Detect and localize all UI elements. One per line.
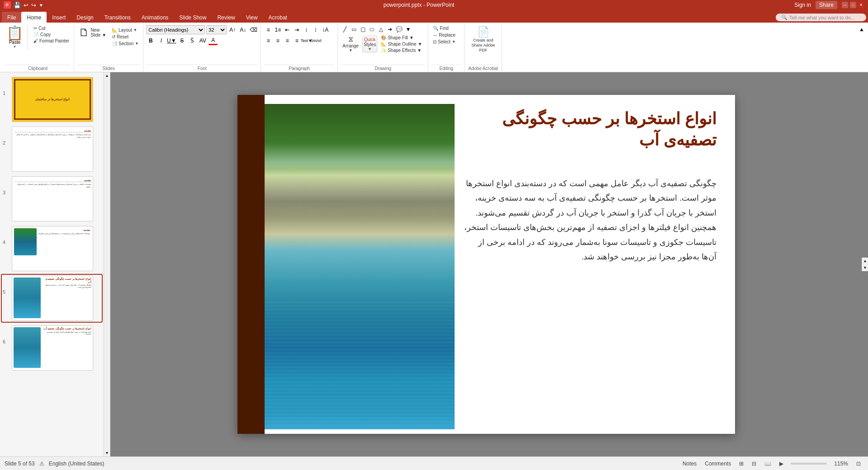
slide-thumb-2[interactable]: 2 مقدمه متن مقدمه و توضیحات مربوطه در مو…	[2, 126, 102, 173]
ribbon-tabs: File Home Insert Design Transitions Anim…	[0, 10, 868, 23]
strikethrough-button[interactable]: S	[177, 36, 186, 45]
maximize-btn[interactable]: □	[850, 2, 856, 8]
tab-file[interactable]: File	[2, 12, 21, 23]
shapes-more[interactable]: ▼	[404, 25, 412, 33]
tab-insert[interactable]: Insert	[47, 12, 71, 23]
font-size-decrease[interactable]: A↓	[238, 25, 247, 34]
slide-thumb-3[interactable]: 3 مقدمه توضیحات تکمیلی در مورد استخرها و…	[2, 175, 102, 222]
underline-button[interactable]: U▼	[167, 36, 176, 45]
shape-rect[interactable]: ▭	[350, 25, 358, 33]
tab-acrobat[interactable]: Acrobat	[263, 12, 293, 23]
paste-dropdown[interactable]: ▼	[13, 45, 17, 49]
find-button[interactable]: 🔍Find	[431, 25, 450, 31]
bullets-button[interactable]: ≡	[264, 25, 273, 34]
cut-button[interactable]: ✂Cut	[32, 25, 71, 31]
normal-view-btn[interactable]: ⊞	[736, 460, 746, 467]
slide-thumb-6[interactable]: 6 انواع استخرها بر حسب چگونگی تصفیه آب ا…	[2, 324, 102, 371]
justify[interactable]: ≡	[292, 36, 301, 45]
numbering-button[interactable]: 1≡	[273, 25, 282, 34]
format-painter-button[interactable]: 🖌Format Painter	[32, 38, 71, 44]
shape-arrow[interactable]: ➔	[386, 25, 394, 33]
shape-callout[interactable]: 💬	[395, 25, 403, 33]
minimize-btn[interactable]: ─	[842, 2, 848, 8]
reset-button[interactable]: ↺Reset	[110, 34, 140, 40]
layout-button[interactable]: 📐Layout▼	[110, 27, 140, 33]
sign-in-btn[interactable]: Sign in	[794, 2, 811, 8]
tab-transitions[interactable]: Transitions	[99, 12, 136, 23]
tab-view[interactable]: View	[241, 12, 263, 23]
quick-access-redo[interactable]: ↪	[31, 2, 36, 9]
scroll-right-down-btn[interactable]: ▼	[862, 264, 868, 271]
language-indicator[interactable]: English (United States)	[49, 461, 104, 467]
shape-oval[interactable]: ⬭	[368, 25, 376, 33]
quick-access-more[interactable]: ▼	[39, 3, 43, 8]
editing-group: 🔍Find ↔Replace ⊡Select▼ Editing	[428, 24, 465, 72]
shape-effects-button[interactable]: ✨ Shape Effects ▼	[379, 47, 424, 53]
search-bar[interactable]: 🔍 Tell me what you want to do...	[776, 14, 866, 21]
tab-animations[interactable]: Animations	[136, 12, 174, 23]
reading-view-btn[interactable]: 📖	[762, 460, 774, 467]
align-left[interactable]: ≡	[264, 36, 273, 45]
clear-formatting[interactable]: ⌫	[249, 25, 258, 34]
copy-button[interactable]: 📄Copy	[32, 32, 71, 38]
app-title: powerpoint.pptx - PowerPoint	[384, 2, 455, 8]
quick-access-undo[interactable]: ↩	[24, 2, 28, 9]
slide-title[interactable]: انواع استخرها بر حسب چگونگی تصفیه‌ی آب	[464, 108, 717, 151]
collapse-ribbon-btn[interactable]: ▲	[857, 24, 866, 34]
font-name-select[interactable]: Calibri (Headings)	[146, 25, 205, 34]
bold-button[interactable]: B	[146, 36, 155, 45]
fit-to-window[interactable]: ⊡	[854, 460, 863, 467]
select-button[interactable]: ⊡Select▼	[431, 39, 457, 45]
convert-smartart[interactable]: SmArt	[311, 36, 320, 45]
arrange-button[interactable]: ⧖ Arrange ▼	[341, 34, 360, 53]
shape-rounded-rect[interactable]: ▢	[359, 25, 367, 33]
close-btn[interactable]: ✕	[858, 2, 864, 8]
tab-home[interactable]: Home	[21, 12, 47, 23]
shape-triangle[interactable]: △	[377, 25, 385, 33]
zoom-slider[interactable]	[791, 463, 827, 465]
quick-styles-button[interactable]: Quick Styles ▼	[362, 36, 377, 52]
slide-thumb-5[interactable]: 5 انواع استخرها بر حسب چگونگی تصفیه‌ی آب…	[2, 275, 102, 322]
zoom-level[interactable]: 115%	[831, 460, 851, 467]
scroll-down-btn[interactable]: ▼	[104, 450, 110, 456]
section-button[interactable]: 📑Section▼	[110, 41, 140, 47]
share-btn[interactable]: Share	[816, 1, 837, 9]
shape-line[interactable]: ╱	[341, 25, 349, 33]
replace-button[interactable]: ↔Replace	[431, 32, 457, 38]
shadow-button[interactable]: S̈	[188, 36, 197, 45]
scroll-right-up-btn[interactable]: ▲	[862, 258, 868, 264]
tab-review[interactable]: Review	[212, 12, 240, 23]
align-center[interactable]: ≡	[273, 36, 282, 45]
search-icon: 🔍	[781, 14, 787, 20]
align-right[interactable]: ≡	[283, 36, 292, 45]
quick-access-save[interactable]: 💾	[14, 2, 21, 9]
tab-slideshow[interactable]: Slide Show	[174, 12, 212, 23]
slide-body[interactable]: چگونگی تصفیه‌ی آب دیگر عامل مهمی است که …	[464, 176, 717, 264]
slide-thumb-1[interactable]: 1 انواع استخرها در ساختمان	[2, 76, 102, 123]
slide-thumb-4[interactable]: 4 مقدمه توضیحات استخرهای روباز و سرپوشید…	[2, 225, 102, 272]
char-spacing-button[interactable]: AV	[198, 36, 207, 45]
comments-btn[interactable]: Comments	[702, 460, 734, 467]
paste-button[interactable]: 📋 Paste ▼	[5, 25, 25, 50]
tab-design[interactable]: Design	[71, 12, 99, 23]
decrease-indent[interactable]: ⇤	[283, 25, 292, 34]
slideshow-btn[interactable]: ▶	[777, 460, 786, 467]
slide-counter: Slide 5 of 53	[5, 461, 35, 467]
slide-canvas-wrapper: ▲ ▼ انواع استخرها بر حسب چگونگی تصفیه‌ی …	[104, 72, 868, 456]
slide-sorter-btn[interactable]: ⊟	[749, 460, 759, 467]
shape-fill-button[interactable]: 🎨 Shape Fill ▼	[379, 35, 424, 41]
font-size-select[interactable]: 32	[206, 25, 227, 34]
italic-button[interactable]: I	[157, 36, 166, 45]
scroll-up-btn[interactable]: ▲	[104, 72, 110, 79]
increase-indent[interactable]: ⇥	[292, 25, 301, 34]
line-spacing[interactable]: ↕	[302, 25, 311, 34]
font-size-increase[interactable]: A↑	[228, 25, 237, 34]
shape-outline-button[interactable]: 📐 Shape Outline ▼	[379, 41, 424, 47]
new-slide-button[interactable]: 🗋 New Slide ▼	[77, 25, 108, 40]
notes-btn[interactable]: Notes	[680, 460, 699, 467]
font-color-btn[interactable]: A	[209, 36, 218, 45]
columns-button[interactable]: ⫶	[311, 25, 320, 34]
align-text[interactable]: Text▼	[302, 36, 311, 45]
text-direction[interactable]: ↕A	[321, 25, 330, 34]
create-pdf-button[interactable]: 📄 Create and Share Adobe PDF	[467, 25, 499, 53]
